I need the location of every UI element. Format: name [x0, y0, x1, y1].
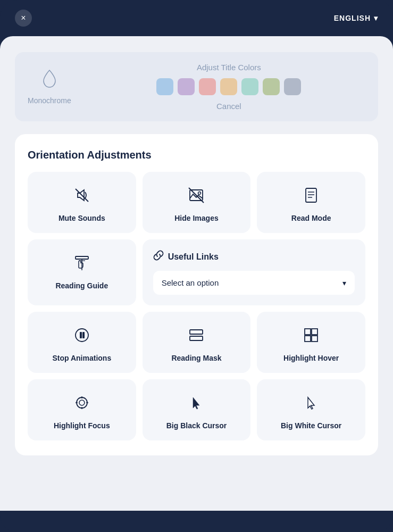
useful-links-header: Useful Links: [153, 250, 355, 263]
read-mode-icon: [303, 187, 320, 206]
color-adjust-right: Adjust Title Colors Cancel: [93, 63, 365, 111]
close-icon: ×: [21, 13, 26, 23]
swatch-orange[interactable]: [220, 78, 237, 95]
monochrome-icon: [41, 69, 57, 92]
read-mode-label: Read Mode: [291, 214, 331, 222]
swatch-gray[interactable]: [284, 78, 301, 95]
highlight-focus-icon: [73, 394, 90, 414]
device-frame: × ENGLISH ▾ Monochrome Adjust Title Colo…: [0, 0, 393, 532]
svg-rect-18: [312, 329, 317, 335]
stop-animations-label: Stop Animations: [52, 354, 111, 362]
main-content: Monochrome Adjust Title Colors Cancel Or…: [0, 36, 393, 511]
color-adjust-section: Monochrome Adjust Title Colors Cancel: [15, 52, 378, 121]
section-title: Orientation Adjustments: [28, 149, 365, 161]
cards-grid: Mute Sounds Hide Images: [28, 172, 365, 440]
highlight-hover-icon: [303, 327, 320, 346]
reading-guide-card[interactable]: Reading Guide: [28, 239, 136, 305]
link-icon: [153, 250, 164, 263]
svg-point-22: [79, 400, 85, 405]
close-button[interactable]: ×: [15, 10, 32, 27]
language-selector[interactable]: ENGLISH ▾: [334, 14, 378, 22]
highlight-hover-card[interactable]: Highlight Hover: [257, 312, 365, 373]
svg-rect-8: [76, 256, 88, 259]
big-white-cursor-icon: [303, 394, 320, 414]
hide-images-card[interactable]: Hide Images: [143, 172, 251, 233]
monochrome-label: Monochrome: [28, 96, 71, 105]
svg-rect-15: [190, 336, 203, 340]
reading-guide-icon: [73, 254, 90, 274]
read-mode-card[interactable]: Read Mode: [257, 172, 365, 233]
reading-mask-card[interactable]: Reading Mask: [143, 312, 251, 373]
svg-rect-19: [305, 336, 311, 342]
adjust-title: Adjust Title Colors: [197, 63, 261, 72]
swatch-pink[interactable]: [199, 78, 216, 95]
swatch-teal[interactable]: [241, 78, 258, 95]
top-bar: × ENGLISH ▾: [0, 0, 393, 36]
big-black-cursor-card[interactable]: Big Black Cursor: [143, 379, 251, 440]
highlight-hover-label: Highlight Hover: [283, 354, 339, 362]
language-label: ENGLISH: [334, 14, 371, 22]
hide-images-icon: [188, 187, 205, 206]
stop-animations-card[interactable]: Stop Animations: [28, 312, 136, 373]
mute-sounds-card[interactable]: Mute Sounds: [28, 172, 136, 233]
svg-point-21: [77, 397, 87, 408]
reading-mask-icon: [188, 327, 205, 346]
big-white-cursor-card[interactable]: Big White Cursor: [257, 379, 365, 440]
big-black-cursor-label: Big Black Cursor: [166, 421, 227, 430]
useful-links-dropdown[interactable]: Select an option ▾: [153, 271, 355, 295]
svg-rect-12: [80, 332, 82, 338]
swatch-purple[interactable]: [178, 78, 195, 95]
swatch-green[interactable]: [263, 78, 280, 95]
swatch-blue[interactable]: [156, 78, 173, 95]
bottom-bar: [0, 511, 393, 532]
reading-guide-label: Reading Guide: [55, 281, 108, 290]
svg-rect-20: [312, 336, 317, 342]
svg-rect-13: [82, 332, 85, 338]
svg-rect-17: [305, 329, 311, 335]
cancel-button[interactable]: Cancel: [216, 102, 241, 111]
monochrome-item[interactable]: Monochrome: [28, 69, 71, 105]
orientation-section: Orientation Adjustments Mute Sounds: [15, 134, 378, 455]
highlight-focus-label: Highlight Focus: [54, 421, 110, 430]
svg-rect-4: [306, 188, 316, 202]
stop-animations-icon: [73, 327, 90, 346]
big-black-cursor-icon: [188, 394, 205, 414]
svg-point-2: [198, 192, 201, 195]
mute-sounds-icon: [73, 187, 90, 206]
svg-rect-14: [190, 330, 203, 334]
big-white-cursor-label: Big White Cursor: [281, 421, 341, 430]
reading-mask-label: Reading Mask: [171, 354, 221, 362]
useful-links-label: Useful Links: [168, 252, 219, 262]
select-placeholder: Select an option: [162, 278, 219, 287]
hide-images-label: Hide Images: [174, 214, 218, 222]
color-swatches: [156, 78, 301, 95]
highlight-focus-card[interactable]: Highlight Focus: [28, 379, 136, 440]
chevron-down-icon: ▾: [374, 14, 378, 22]
mute-sounds-label: Mute Sounds: [58, 214, 105, 222]
dropdown-chevron-icon: ▾: [342, 279, 346, 287]
useful-links-card: Useful Links Select an option ▾: [143, 239, 365, 305]
